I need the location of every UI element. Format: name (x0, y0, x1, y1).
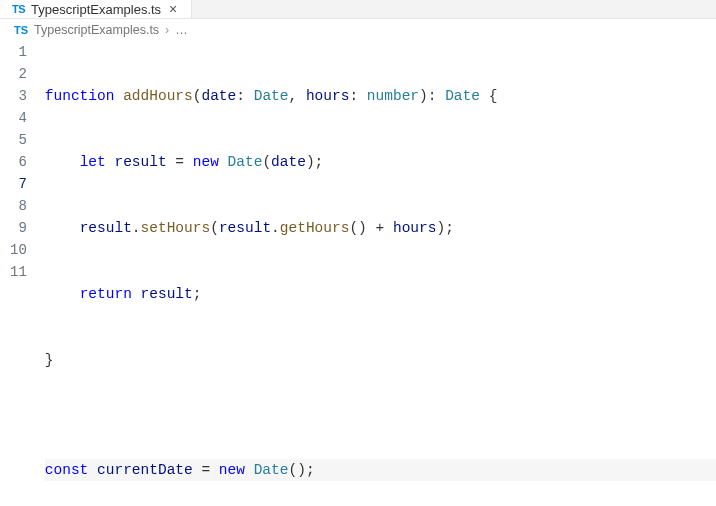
breadcrumb-file: TypescriptExamples.ts (34, 23, 159, 37)
code-line: return result; (45, 283, 716, 305)
code-line: let result = new Date(date); (45, 151, 716, 173)
close-tab-button[interactable]: × (167, 0, 179, 18)
line-number: 7 (10, 173, 27, 195)
code-line: } (45, 349, 716, 371)
line-number: 9 (10, 217, 27, 239)
typescript-file-icon: TS (12, 3, 25, 15)
chevron-right-icon: › (165, 23, 169, 37)
file-tab[interactable]: TS TypescriptExamples.ts × (0, 0, 192, 18)
line-number: 3 (10, 85, 27, 107)
line-number: 8 (10, 195, 27, 217)
file-tab-label: TypescriptExamples.ts (31, 2, 161, 17)
code-line: function addHours(date: Date, hours: num… (45, 85, 716, 107)
code-content[interactable]: function addHours(date: Date, hours: num… (45, 41, 716, 506)
line-number: 10 (10, 239, 27, 261)
line-number: 1 (10, 41, 27, 63)
breadcrumb-ellipsis: … (175, 23, 188, 37)
breadcrumb[interactable]: TS TypescriptExamples.ts › … (0, 19, 716, 41)
editor-tab-bar: TS TypescriptExamples.ts × (0, 0, 716, 19)
line-number: 11 (10, 261, 27, 283)
line-number: 6 (10, 151, 27, 173)
line-number: 2 (10, 63, 27, 85)
code-line: const currentDate = new Date(); (45, 459, 716, 481)
line-number: 4 (10, 107, 27, 129)
line-number-gutter: 1 2 3 4 5 6 7 8 9 10 11 (0, 41, 45, 506)
code-line: result.setHours(result.getHours() + hour… (45, 217, 716, 239)
typescript-file-icon: TS (14, 24, 28, 36)
code-editor[interactable]: 1 2 3 4 5 6 7 8 9 10 11 function addHour… (0, 41, 716, 506)
line-number: 5 (10, 129, 27, 151)
